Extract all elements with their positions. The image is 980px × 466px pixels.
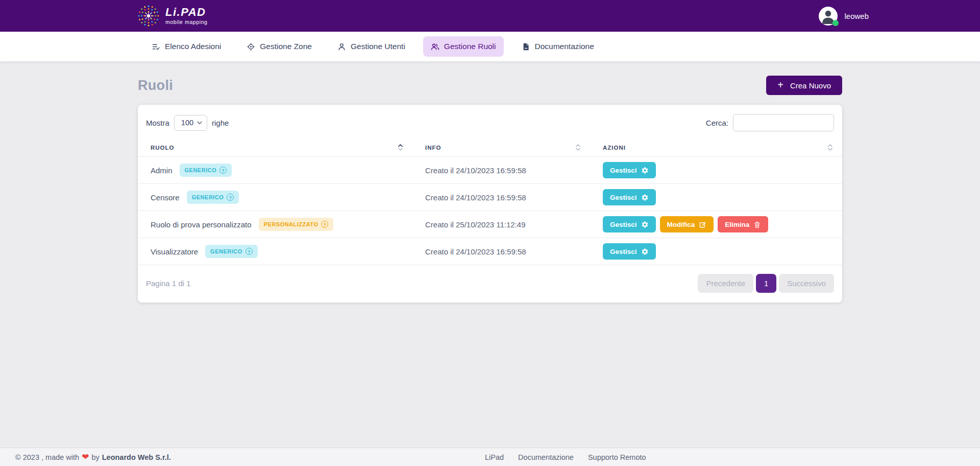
nav-tab-label: Elenco Adesioni — [165, 42, 221, 51]
page-title: Ruoli — [138, 78, 173, 94]
manage-button[interactable]: Gestisci — [603, 216, 656, 232]
page-footer: © 2023 , made with ❤ by Leonardo Web S.r… — [0, 448, 980, 466]
nav-tab-label: Documentazione — [535, 42, 594, 51]
manage-button[interactable]: Gestisci — [603, 162, 656, 178]
nav-tab-gestione-utenti[interactable]: Gestione Utenti — [330, 36, 413, 57]
footer-link-lipad[interactable]: LiPad — [485, 453, 504, 461]
list-check-icon — [152, 42, 160, 51]
logo-starburst-icon — [137, 4, 160, 28]
role-type-badge: PERSONALIZZATO? — [259, 218, 334, 231]
trash-icon — [753, 221, 761, 228]
role-info: Creato il 24/10/2023 16:59:58 — [412, 157, 590, 184]
users-group-icon — [431, 42, 439, 51]
role-info: Creato il 25/10/2023 11:12:49 — [412, 211, 590, 238]
pagination-page-1-button[interactable]: 1 — [756, 274, 776, 293]
question-icon[interactable]: ? — [321, 221, 328, 228]
avatar — [819, 7, 838, 26]
show-label: Mostra — [146, 119, 169, 127]
role-info: Creato il 24/10/2023 16:59:58 — [412, 184, 590, 211]
target-icon — [247, 42, 255, 51]
app-header: Li.PAD mobile mapping leoweb — [0, 0, 980, 32]
pagination-summary: Pagina 1 di 1 — [146, 279, 191, 288]
copyright: © 2023 , made with ❤ by Leonardo Web S.r… — [15, 453, 171, 461]
rows-per-page-control: Mostra 100 righe — [146, 115, 229, 131]
delete-button[interactable]: Elimina — [718, 216, 768, 232]
main-nav: Elenco Adesioni Gestione Zone Gestione U… — [0, 32, 980, 61]
nav-tab-elenco-adesioni[interactable]: Elenco Adesioni — [144, 36, 229, 57]
role-type-badge: GENERICO? — [205, 245, 258, 258]
table-header-row: RUOLO INFO — [138, 138, 842, 157]
nav-tab-gestione-zone[interactable]: Gestione Zone — [239, 36, 320, 57]
role-name: Admin — [151, 166, 173, 175]
footer-link-documentazione[interactable]: Documentazione — [518, 453, 574, 461]
question-icon[interactable]: ? — [219, 167, 227, 174]
company-name: Leonardo Web S.r.l. — [102, 453, 171, 461]
edit-icon — [699, 221, 706, 228]
role-type-badge: GENERICO? — [187, 191, 239, 204]
edit-button[interactable]: Modifica — [660, 216, 714, 232]
table-row: Visualizzatore GENERICO? Creato il 24/10… — [138, 238, 842, 265]
gear-icon — [641, 194, 649, 201]
logo-subtitle: mobile mapping — [165, 19, 208, 25]
heart-icon: ❤ — [82, 453, 89, 461]
gear-icon — [641, 248, 649, 255]
create-new-label: Crea Nuovo — [790, 81, 831, 90]
column-header-ruolo[interactable]: RUOLO — [138, 138, 412, 157]
user-icon — [337, 42, 346, 51]
logo-title: Li.PAD — [165, 7, 208, 18]
online-status-dot — [832, 20, 839, 26]
sort-icon[interactable] — [575, 143, 581, 152]
rows-per-page-value: 100 — [181, 119, 193, 127]
rows-per-page-select[interactable]: 100 — [174, 115, 207, 131]
document-icon — [522, 42, 530, 51]
logo-text: Li.PAD mobile mapping — [165, 7, 208, 25]
question-icon[interactable]: ? — [246, 248, 253, 255]
plus-icon: + — [777, 80, 783, 90]
gear-icon — [641, 221, 649, 228]
column-header-info[interactable]: INFO — [412, 138, 590, 157]
table-row: Censore GENERICO? Creato il 24/10/2023 1… — [138, 184, 842, 211]
search-input[interactable] — [733, 114, 834, 131]
pagination: Precedente 1 Successivo — [698, 274, 834, 293]
column-header-azioni[interactable]: AZIONI — [590, 138, 842, 157]
nav-tab-gestione-ruoli[interactable]: Gestione Ruoli — [423, 36, 504, 57]
role-name: Ruolo di prova personalizzato — [151, 220, 252, 229]
nav-tab-label: Gestione Zone — [260, 42, 312, 51]
chevron-down-icon — [197, 121, 202, 125]
sort-icon[interactable] — [398, 143, 403, 152]
search-label: Cerca: — [706, 119, 728, 127]
roles-table-card: Mostra 100 righe Cerca: RUOLO — [138, 105, 842, 302]
footer-links: LiPad Documentazione Supporto Remoto — [485, 453, 646, 461]
sort-icon[interactable] — [827, 143, 833, 152]
nav-tab-documentazione[interactable]: Documentazione — [514, 36, 602, 57]
roles-table: RUOLO INFO — [138, 138, 842, 265]
table-row: Admin GENERICO? Creato il 24/10/2023 16:… — [138, 157, 842, 184]
nav-tab-label: Gestione Utenti — [351, 42, 405, 51]
pagination-next-button[interactable]: Successivo — [779, 274, 834, 293]
rows-label: righe — [212, 119, 229, 127]
footer-link-supporto-remoto[interactable]: Supporto Remoto — [588, 453, 646, 461]
table-row: Ruolo di prova personalizzato PERSONALIZ… — [138, 211, 842, 238]
pagination-previous-button[interactable]: Precedente — [698, 274, 753, 293]
role-name: Visualizzatore — [151, 247, 198, 256]
gear-icon — [641, 167, 649, 174]
question-icon[interactable]: ? — [227, 194, 234, 201]
role-type-badge: GENERICO? — [180, 164, 232, 177]
main-content: Ruoli + Crea Nuovo Mostra 100 righe Cerc… — [0, 75, 980, 302]
user-menu[interactable]: leoweb — [819, 7, 869, 26]
search-control: Cerca: — [706, 114, 834, 131]
manage-button[interactable]: Gestisci — [603, 189, 656, 205]
app-logo[interactable]: Li.PAD mobile mapping — [137, 4, 208, 28]
role-name: Censore — [151, 193, 180, 202]
username: leoweb — [844, 12, 869, 20]
create-new-button[interactable]: + Crea Nuovo — [766, 76, 842, 95]
manage-button[interactable]: Gestisci — [603, 243, 656, 260]
nav-tab-label: Gestione Ruoli — [444, 42, 496, 51]
role-info: Creato il 24/10/2023 16:59:58 — [412, 238, 590, 265]
